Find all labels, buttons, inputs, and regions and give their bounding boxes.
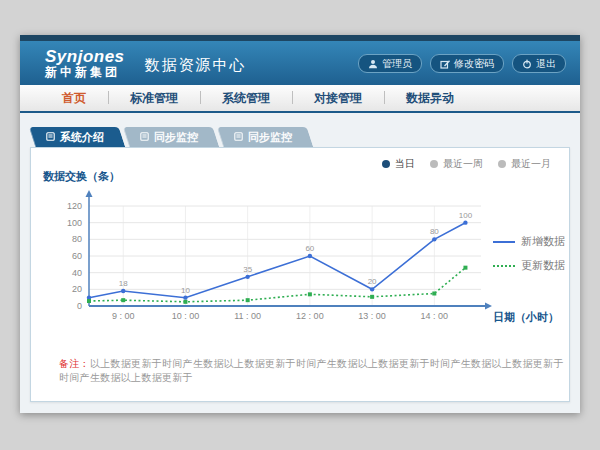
data-point [183, 295, 187, 299]
desktop-background: Synjones 新中新集团 数据资源中心 管理员修改密码退出 首页标准管理系统… [0, 0, 600, 450]
x-axis-arrow-icon [485, 303, 492, 310]
range-option-label: 最近一月 [511, 157, 551, 171]
main-nav: 首页标准管理系统管理对接管理数据异动 [20, 85, 580, 113]
data-point [87, 299, 91, 303]
data-point-label: 60 [305, 244, 314, 253]
chart-legend: 新增数据更新数据 [493, 234, 565, 282]
tab-label: 同步监控 [248, 130, 292, 145]
app-window: Synjones 新中新集团 数据资源中心 管理员修改密码退出 首页标准管理系统… [20, 35, 580, 413]
data-point [308, 292, 312, 296]
data-point [370, 295, 374, 299]
data-point [432, 237, 436, 241]
nav-item-4[interactable]: 数据异动 [384, 85, 476, 111]
company-name: 新中新集团 [45, 65, 125, 79]
data-point [308, 254, 312, 258]
tab-inner: 同步监控 [220, 127, 310, 147]
footnote-text: 以上数据更新于时间产生数据以上数据更新于时间产生数据以上数据更新于时间产生数据以… [59, 358, 564, 383]
legend-swatch [493, 241, 515, 243]
header-action-label: 修改密码 [454, 57, 494, 71]
data-point-label: 100 [459, 211, 473, 220]
data-point-label: 10 [181, 286, 190, 295]
y-axis-arrow-icon [86, 190, 93, 197]
tab-1[interactable]: 同步监控 [126, 127, 216, 147]
data-point [463, 220, 467, 224]
range-option-label: 最近一周 [443, 157, 483, 171]
footnote: 备注：以上数据更新于时间产生数据以上数据更新于时间产生数据以上数据更新于时间产生… [59, 357, 569, 385]
data-point [121, 289, 125, 293]
y-tick-label: 20 [72, 284, 82, 294]
power-icon [522, 59, 532, 69]
tab-label: 系统介绍 [60, 130, 104, 145]
x-tick-label: 10 : 00 [172, 311, 200, 321]
tab-0[interactable]: 系统介绍 [32, 127, 122, 147]
data-point [246, 298, 250, 302]
data-point [121, 298, 125, 302]
data-point [183, 300, 187, 304]
data-point-label: 20 [368, 277, 377, 286]
legend-item-0[interactable]: 新增数据 [493, 234, 565, 249]
header-action-logout[interactable]: 退出 [512, 54, 566, 73]
nav-item-label: 数据异动 [406, 90, 454, 107]
edit-icon [440, 59, 450, 69]
range-option-2[interactable]: 最近一月 [498, 157, 551, 171]
content-area: 系统介绍同步监控同步监控 当日最近一周最近一月 数据交换（条） 02040608… [20, 113, 580, 413]
y-tick-label: 80 [72, 234, 82, 244]
footnote-label: 备注： [59, 358, 90, 369]
range-options: 当日最近一周最近一月 [382, 157, 551, 171]
radio-icon [382, 160, 390, 168]
data-point [370, 287, 374, 291]
data-point-label: 80 [430, 227, 439, 236]
y-tick-label: 120 [67, 201, 82, 211]
tab-inner: 系统介绍 [32, 127, 122, 147]
doc-icon [46, 131, 55, 143]
nav-item-1[interactable]: 标准管理 [108, 85, 200, 111]
y-tick-label: 60 [72, 251, 82, 261]
nav-item-label: 首页 [62, 90, 86, 107]
brand-name: Synjones [45, 48, 125, 65]
tab-bar: 系统介绍同步监控同步监控 [32, 127, 314, 147]
range-option-1[interactable]: 最近一周 [430, 157, 483, 171]
y-tick-label: 40 [72, 268, 82, 278]
user-icon [368, 59, 378, 69]
x-axis-title: 日期（小时） [493, 311, 559, 324]
x-tick-label: 13 : 00 [358, 311, 386, 321]
app-header: Synjones 新中新集团 数据资源中心 管理员修改密码退出 [20, 41, 580, 85]
header-action-label: 退出 [536, 57, 556, 71]
series-line-0 [89, 223, 465, 298]
nav-item-label: 系统管理 [222, 90, 270, 107]
x-tick-label: 14 : 00 [421, 311, 449, 321]
y-axis-title: 数据交换（条） [43, 169, 120, 184]
nav-item-0[interactable]: 首页 [40, 85, 108, 111]
nav-item-label: 对接管理 [314, 90, 362, 107]
doc-icon [234, 131, 243, 143]
x-tick-label: 11 : 00 [234, 311, 261, 321]
y-tick-label: 0 [77, 301, 82, 311]
legend-swatch [493, 265, 515, 267]
range-option-0[interactable]: 当日 [382, 157, 415, 171]
header-actions: 管理员修改密码退出 [358, 54, 566, 73]
radio-icon [498, 160, 506, 168]
tab-2[interactable]: 同步监控 [220, 127, 310, 147]
legend-item-1[interactable]: 更新数据 [493, 258, 565, 273]
nav-item-2[interactable]: 系统管理 [200, 85, 292, 111]
header-action-label: 管理员 [382, 57, 412, 71]
line-chart: 0204060801001209 : 0010 : 0011 : 0012 : … [31, 184, 569, 336]
legend-label: 更新数据 [521, 258, 565, 273]
header-action-user[interactable]: 管理员 [358, 54, 422, 73]
data-point-label: 35 [243, 265, 252, 274]
x-tick-label: 9 : 00 [112, 311, 135, 321]
logo: Synjones 新中新集团 [45, 48, 125, 79]
x-tick-label: 12 : 00 [296, 311, 324, 321]
nav-item-label: 标准管理 [130, 90, 178, 107]
chart-panel: 当日最近一周最近一月 数据交换（条） 0204060801001209 : 00… [30, 147, 570, 402]
y-tick-label: 100 [67, 218, 82, 228]
app-title: 数据资源中心 [145, 56, 247, 75]
data-point-label: 18 [119, 279, 128, 288]
doc-icon [140, 131, 149, 143]
range-option-label: 当日 [395, 157, 415, 171]
tab-label: 同步监控 [154, 130, 198, 145]
data-point [245, 275, 249, 279]
nav-item-3[interactable]: 对接管理 [292, 85, 384, 111]
header-action-change-password[interactable]: 修改密码 [430, 54, 504, 73]
tab-inner: 同步监控 [126, 127, 216, 147]
